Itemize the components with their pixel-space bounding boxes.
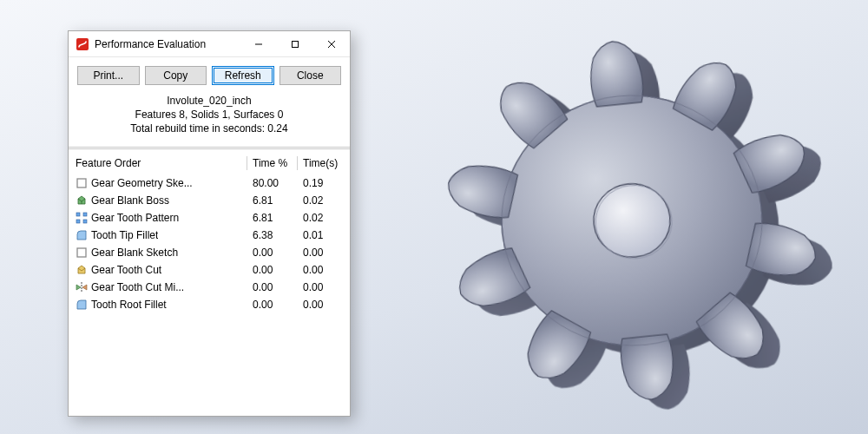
dialog-toolbar: Print... Copy Refresh Close: [69, 57, 350, 92]
time-seconds-cell: 0.02: [298, 209, 348, 227]
feature-name: Gear Tooth Cut: [91, 264, 161, 276]
cut-icon: [76, 264, 88, 276]
svg-point-2: [489, 83, 775, 358]
feature-name-cell: Gear Blank Sketch: [70, 244, 247, 261]
summary-model-name: Involute_020_inch: [76, 94, 343, 108]
svg-rect-12: [83, 213, 87, 216]
table-row[interactable]: Gear Geometry Ske...80.000.19: [70, 174, 348, 192]
feature-name-cell: Gear Blank Boss: [70, 192, 247, 209]
maximize-button[interactable]: [277, 31, 313, 56]
col-header-pct[interactable]: Time %: [247, 153, 298, 174]
time-seconds-cell: 0.00: [298, 261, 348, 279]
time-percent-cell: 0.00: [247, 261, 298, 279]
minimize-button[interactable]: [240, 31, 277, 56]
fillet-icon: [76, 229, 88, 241]
print-button[interactable]: Print...: [77, 66, 140, 85]
feature-table-wrapper[interactable]: Feature Order Time % Time(s) Gear Geomet…: [69, 149, 350, 416]
feature-name-cell: Tooth Root Fillet: [70, 296, 247, 313]
time-percent-cell: 6.38: [247, 227, 298, 244]
time-seconds-cell: 0.00: [298, 296, 348, 313]
time-percent-cell: 6.81: [247, 192, 298, 209]
feature-name-cell: Gear Tooth Pattern: [70, 209, 247, 227]
boss-icon: [76, 194, 88, 207]
feature-name: Gear Geometry Ske...: [91, 177, 193, 189]
time-seconds-cell: 0.19: [298, 174, 348, 192]
svg-point-3: [590, 181, 674, 261]
time-seconds-cell: 0.01: [298, 227, 348, 244]
model-viewport: [417, 9, 833, 425]
svg-point-4: [592, 181, 676, 262]
sketch-icon: [76, 247, 88, 259]
svg-point-1: [489, 83, 775, 358]
svg-point-0: [506, 93, 792, 368]
time-percent-cell: 0.00: [247, 279, 298, 296]
close-window-button[interactable]: [313, 31, 350, 56]
feature-name: Tooth Tip Fillet: [91, 229, 158, 241]
feature-table: Feature Order Time % Time(s) Gear Geomet…: [70, 153, 348, 313]
col-header-feature[interactable]: Feature Order: [70, 153, 247, 174]
time-seconds-cell: 0.02: [298, 192, 348, 209]
performance-evaluation-dialog: Performance Evaluation Print... Copy Ref…: [68, 30, 351, 417]
summary-counts: Features 8, Solids 1, Surfaces 0: [76, 108, 343, 122]
col-header-time[interactable]: Time(s): [298, 153, 348, 174]
feature-name: Gear Blank Sketch: [91, 247, 178, 259]
time-percent-cell: 0.00: [247, 296, 298, 313]
refresh-button[interactable]: Refresh: [212, 66, 274, 85]
table-row[interactable]: Tooth Tip Fillet6.380.01: [70, 227, 348, 244]
svg-rect-14: [83, 220, 87, 223]
feature-name-cell: Gear Geometry Ske...: [70, 174, 247, 192]
solidworks-icon: [76, 37, 89, 51]
feature-name: Gear Blank Boss: [91, 194, 169, 207]
table-row[interactable]: Gear Blank Sketch0.000.00: [70, 244, 348, 261]
mirror-icon: [76, 281, 88, 293]
pattern-icon: [76, 212, 88, 224]
svg-rect-11: [76, 213, 80, 216]
table-row[interactable]: Tooth Root Fillet0.000.00: [70, 296, 348, 313]
table-row[interactable]: Gear Tooth Cut Mi...0.000.00: [70, 279, 348, 296]
feature-name: Gear Tooth Cut Mi...: [91, 281, 184, 293]
table-row[interactable]: Gear Tooth Pattern6.810.02: [70, 209, 348, 227]
feature-name-cell: Gear Tooth Cut: [70, 261, 247, 279]
feature-name-cell: Tooth Tip Fillet: [70, 227, 247, 244]
time-seconds-cell: 0.00: [298, 244, 348, 261]
time-percent-cell: 6.81: [247, 209, 298, 227]
time-seconds-cell: 0.00: [298, 279, 348, 296]
svg-rect-7: [293, 41, 299, 47]
svg-rect-10: [77, 179, 86, 187]
dialog-title: Performance Evaluation: [95, 38, 240, 50]
rebuild-summary: Involute_020_inch Features 8, Solids 1, …: [69, 92, 350, 145]
svg-rect-15: [77, 248, 86, 257]
feature-name: Tooth Root Fillet: [91, 299, 167, 311]
time-percent-cell: 80.00: [247, 174, 298, 192]
copy-button[interactable]: Copy: [145, 66, 207, 85]
time-percent-cell: 0.00: [247, 244, 298, 261]
feature-name: Gear Tooth Pattern: [91, 212, 179, 224]
feature-name-cell: Gear Tooth Cut Mi...: [70, 279, 247, 296]
titlebar[interactable]: Performance Evaluation: [69, 31, 350, 57]
summary-total-time: Total rebuild time in seconds: 0.24: [76, 122, 343, 135]
table-row[interactable]: Gear Blank Boss6.810.02: [70, 192, 348, 209]
svg-rect-13: [76, 220, 80, 223]
table-row[interactable]: Gear Tooth Cut0.000.00: [70, 261, 348, 279]
close-button[interactable]: Close: [279, 66, 342, 85]
sketch-icon: [76, 177, 88, 189]
table-header-row: Feature Order Time % Time(s): [70, 153, 348, 174]
window-controls: [240, 31, 350, 56]
fillet-icon: [76, 299, 88, 311]
